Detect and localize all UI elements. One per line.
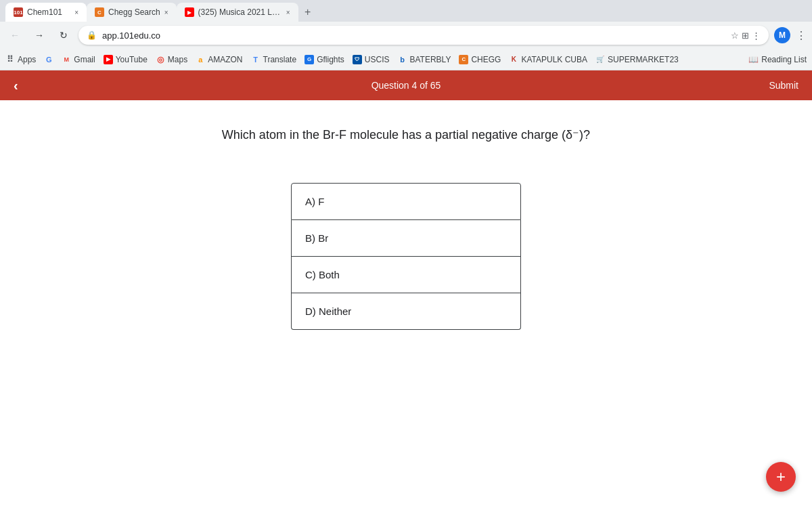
bookmark-apps[interactable]: ⠿ Apps bbox=[5, 55, 36, 64]
tab-favicon-chegg: C bbox=[95, 7, 104, 17]
youtube-icon: ▶ bbox=[104, 55, 113, 64]
apps-icon: ⠿ bbox=[5, 55, 15, 64]
amazon-icon: a bbox=[196, 55, 205, 64]
tab-favicon-chem101: 101 bbox=[14, 7, 23, 17]
bookmark-baterbly-label: BATERBLY bbox=[410, 55, 451, 64]
address-bar[interactable]: 🔒 app.101edu.co ☆ ⊞ ⋮ bbox=[78, 26, 769, 45]
more-icon[interactable]: ⋮ bbox=[752, 30, 761, 41]
bookmark-supermarket[interactable]: 🛒 SUPERMARKET23 bbox=[595, 55, 679, 64]
bookmark-chegg-label: CHEGG bbox=[471, 55, 501, 64]
question-counter: Question 4 of 65 bbox=[371, 80, 441, 91]
new-tab-button[interactable]: + bbox=[298, 3, 317, 22]
address-bar-row: ← → ↻ 🔒 app.101edu.co ☆ ⊞ ⋮ M ⋮ bbox=[0, 22, 812, 49]
bookmark-translate[interactable]: T Translate bbox=[251, 55, 297, 64]
uscis-icon: 🛡 bbox=[353, 55, 362, 64]
translate-icon: T bbox=[251, 55, 261, 64]
reading-list-icon: 📖 bbox=[748, 55, 759, 64]
tab-close-chegg[interactable]: × bbox=[164, 9, 168, 16]
submit-button[interactable]: Submit bbox=[769, 80, 798, 91]
tab-favicon-youtube: ▶ bbox=[185, 7, 194, 17]
page-content: ‹ Question 4 of 65 Submit Which atom in … bbox=[0, 70, 812, 508]
question-area: Which atom in the Br-F molecule has a pa… bbox=[0, 100, 812, 508]
bookmark-supermarket-label: SUPERMARKET23 bbox=[608, 55, 679, 64]
bookmark-maps[interactable]: ◎ Maps bbox=[156, 55, 187, 64]
address-bar-actions: ☆ ⊞ ⋮ bbox=[731, 30, 761, 41]
bookmark-katapulk-label: KATAPULK CUBA bbox=[521, 55, 587, 64]
bookmarks-bar: ⠿ Apps G M Gmail ▶ YouTube ◎ Maps a AMAZ… bbox=[0, 49, 812, 70]
back-navigation-button[interactable]: ‹ bbox=[14, 78, 18, 93]
question-header: ‹ Question 4 of 65 Submit bbox=[0, 70, 812, 100]
bookmark-star-icon[interactable]: ☆ bbox=[731, 30, 739, 41]
google-icon: G bbox=[44, 55, 53, 64]
back-button[interactable]: ← bbox=[5, 26, 24, 45]
bookmark-chegg[interactable]: C CHEGG bbox=[459, 55, 501, 64]
bookmark-gmail[interactable]: M Gmail bbox=[62, 55, 95, 64]
bookmark-gflights-label: Gflights bbox=[317, 55, 344, 64]
browser-chrome: 101 Chem101 × C Chegg Search × ▶ (325) M… bbox=[0, 0, 812, 70]
menu-button[interactable]: ⋮ bbox=[796, 29, 807, 42]
bookmark-youtube-label: YouTube bbox=[116, 55, 148, 64]
tab-label-youtube: (325) Musica 2021 Los M... 🔊 bbox=[198, 7, 282, 17]
bookmark-apps-label: Apps bbox=[18, 55, 36, 64]
profile-button[interactable]: M bbox=[774, 27, 790, 43]
lock-icon: 🔒 bbox=[87, 30, 97, 40]
option-a[interactable]: A) F bbox=[291, 183, 521, 220]
forward-button[interactable]: → bbox=[30, 26, 49, 45]
bookmark-amazon[interactable]: a AMAZON bbox=[196, 55, 242, 64]
reading-list-button[interactable]: 📖 Reading List bbox=[748, 55, 807, 64]
gflights-icon: G bbox=[304, 55, 314, 64]
bookmark-katapulk[interactable]: K KATAPULK CUBA bbox=[509, 55, 587, 64]
tab-youtube[interactable]: ▶ (325) Musica 2021 Los M... 🔊 × bbox=[177, 3, 298, 22]
bookmark-gmail-label: Gmail bbox=[74, 55, 95, 64]
maps-icon: ◎ bbox=[156, 55, 165, 64]
tab-chegg[interactable]: C Chegg Search × bbox=[87, 3, 177, 22]
tab-close-youtube[interactable]: × bbox=[286, 9, 290, 16]
reading-list-label: Reading List bbox=[761, 55, 807, 64]
bookmark-youtube[interactable]: ▶ YouTube bbox=[104, 55, 148, 64]
option-b[interactable]: B) Br bbox=[291, 220, 521, 257]
tab-chem101[interactable]: 101 Chem101 × bbox=[5, 3, 87, 22]
bookmark-gflights[interactable]: G Gflights bbox=[304, 55, 344, 64]
fab-button[interactable]: + bbox=[766, 462, 796, 492]
tab-label-chem101: Chem101 bbox=[27, 7, 70, 17]
chegg-bm-icon: C bbox=[459, 55, 468, 64]
bookmark-google[interactable]: G bbox=[44, 55, 53, 64]
option-c[interactable]: C) Both bbox=[291, 257, 521, 293]
url-display: app.101edu.co bbox=[102, 30, 725, 41]
bookmark-translate-label: Translate bbox=[263, 55, 297, 64]
bookmark-baterbly[interactable]: b BATERBLY bbox=[398, 55, 451, 64]
tab-close-chem101[interactable]: × bbox=[74, 9, 78, 16]
options-container: A) F B) Br C) Both D) Neither bbox=[291, 183, 521, 330]
extension-icon[interactable]: ⊞ bbox=[742, 30, 749, 41]
bookmark-amazon-label: AMAZON bbox=[208, 55, 242, 64]
bookmark-maps-label: Maps bbox=[168, 55, 187, 64]
tabs-bar: 101 Chem101 × C Chegg Search × ▶ (325) M… bbox=[0, 0, 812, 22]
option-d[interactable]: D) Neither bbox=[291, 293, 521, 330]
supermarket-icon: 🛒 bbox=[595, 55, 605, 64]
gmail-icon: M bbox=[62, 55, 71, 64]
reload-button[interactable]: ↻ bbox=[54, 26, 73, 45]
katapulk-icon: K bbox=[509, 55, 518, 64]
question-text: Which atom in the Br-F molecule has a pa… bbox=[222, 127, 590, 142]
baterbly-icon: b bbox=[398, 55, 407, 64]
tabs-row: 101 Chem101 × C Chegg Search × ▶ (325) M… bbox=[5, 0, 317, 22]
tab-label-chegg: Chegg Search bbox=[108, 7, 160, 17]
bookmark-uscis-label: USCIS bbox=[365, 55, 390, 64]
bookmark-uscis[interactable]: 🛡 USCIS bbox=[353, 55, 390, 64]
